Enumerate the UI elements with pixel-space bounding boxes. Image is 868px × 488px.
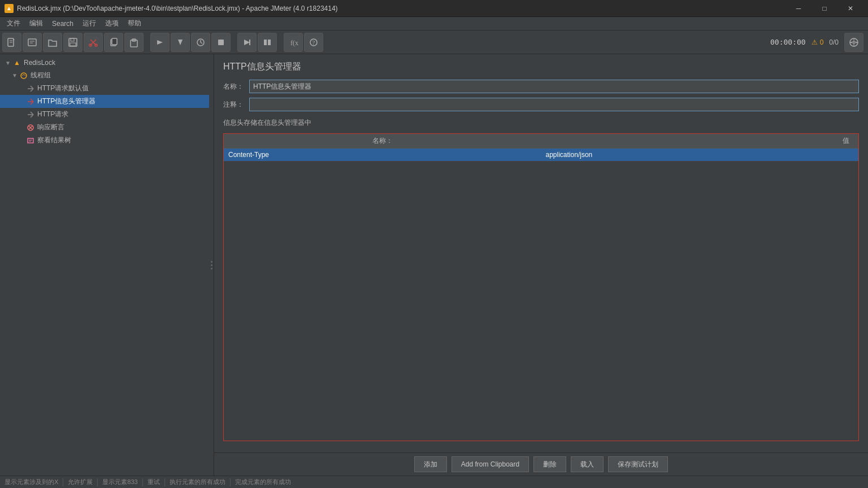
expand-spacer-1: ▶: [18, 85, 25, 92]
assertion-icon: [26, 123, 35, 132]
toolbar-stop-button[interactable]: [211, 33, 231, 52]
svg-rect-4: [28, 39, 36, 46]
toolbar-cut-button[interactable]: [84, 33, 103, 52]
panel-title: HTTP信息头管理器: [223, 61, 859, 73]
menu-help[interactable]: 帮助: [123, 18, 146, 30]
status-sep-3: [142, 478, 143, 486]
menu-edit[interactable]: 编辑: [25, 18, 47, 30]
svg-rect-27: [268, 40, 271, 45]
expand-icon-threadgroup: ▼: [11, 72, 18, 79]
svg-rect-46: [28, 138, 33, 143]
status-bar: 显示元素涉及到的X 允许扩展 显示元素833 重试 执行元素的所有成功 完成元素…: [0, 476, 868, 488]
status-sep-1: [63, 478, 63, 486]
tree-item-response-assert[interactable]: ▶ 响应断言: [0, 121, 209, 134]
tree-item-threadgroup[interactable]: ▼ 线程组: [0, 69, 209, 82]
expand-icon-redislock: ▼: [5, 59, 11, 66]
headers-table: 名称： 值 Content-Type application/json: [224, 134, 858, 162]
name-label: 名称：: [223, 82, 246, 91]
warning-badge: ⚠ 0: [811, 38, 824, 46]
sidebar-resize-handle[interactable]: [209, 54, 214, 476]
svg-marker-19: [178, 40, 183, 45]
comment-label: 注释：: [223, 100, 246, 110]
bottom-bar: 添加 Add from Clipboard 删除 载入 保存测试计划: [214, 452, 868, 476]
load-button[interactable]: 载入: [571, 456, 604, 472]
content-area: HTTP信息头管理器 名称： 注释： 信息头存储在信息头管理器中 名称：: [214, 54, 868, 452]
toolbar-remote-stop-button[interactable]: [258, 33, 277, 52]
toolbar-remote-start-button[interactable]: [237, 33, 257, 52]
menu-run[interactable]: 运行: [78, 18, 101, 30]
tree-item-http-header-mgr[interactable]: ▶ HTTP信息头管理器: [0, 95, 209, 108]
svg-marker-18: [157, 40, 163, 45]
close-button[interactable]: ✕: [837, 0, 863, 17]
svg-marker-24: [244, 40, 250, 45]
status-item-1: 显示元素涉及到的X: [5, 478, 58, 486]
toolbar-save-button[interactable]: [63, 33, 83, 52]
toolbar-new-button[interactable]: [2, 33, 21, 52]
warning-icon: ⚠: [811, 38, 818, 46]
svg-text:f(x): f(x): [290, 39, 298, 47]
status-item-6: 完成元素的所有成功: [235, 478, 291, 486]
status-item-2: 允许扩展: [68, 478, 93, 486]
svg-rect-26: [264, 40, 267, 45]
svg-text:?: ?: [313, 39, 315, 46]
svg-rect-23: [218, 40, 224, 45]
minimize-button[interactable]: ─: [785, 0, 811, 17]
add-button[interactable]: 添加: [414, 456, 447, 472]
tree-item-http-request[interactable]: ▶ HTTP请求: [0, 108, 209, 121]
toolbar-toggle-button[interactable]: [191, 33, 210, 52]
maximize-button[interactable]: □: [811, 0, 837, 17]
table-row[interactable]: Content-Type application/json: [224, 149, 858, 162]
http-defaults-icon: [26, 84, 35, 93]
tree-item-redislock[interactable]: ▼ ▲ RedisLock: [0, 56, 209, 69]
expand-spacer-3: ▶: [18, 111, 25, 118]
toolbar-collapse-button[interactable]: [171, 33, 190, 52]
toolbar-paste-button[interactable]: [124, 33, 144, 52]
results-tree-icon: [26, 136, 35, 145]
toolbar-templates-button[interactable]: [23, 33, 42, 52]
toolbar-help-button[interactable]: ?: [304, 33, 323, 52]
tree-label-response-assert: 响应断言: [37, 123, 64, 132]
toolbar: f(x) ? 00:00:00 ⚠ 0 0/0: [0, 30, 868, 54]
toolbar-function-button[interactable]: f(x): [284, 33, 303, 52]
status-sep-4: [164, 478, 165, 486]
main-area: ▼ ▲ RedisLock ▼ 线程组 ▶ HTTP请求默认值: [0, 54, 868, 476]
expand-spacer-5: ▶: [18, 137, 25, 144]
col-header-name: 名称：: [224, 134, 541, 149]
toolbar-open-button[interactable]: [43, 33, 62, 52]
cell-name: Content-Type: [224, 149, 541, 162]
app-icon: ▲: [5, 4, 14, 13]
comment-input[interactable]: [249, 98, 859, 111]
error-count: 0/0: [829, 38, 839, 46]
svg-rect-15: [112, 38, 117, 45]
status-sep-5: [230, 478, 231, 486]
delete-button[interactable]: 删除: [533, 456, 566, 472]
menu-options[interactable]: 选项: [101, 18, 123, 30]
tree-label-threadgroup: 线程组: [31, 71, 51, 80]
window-controls: ─ □ ✕: [785, 0, 863, 17]
toolbar-copy-button[interactable]: [104, 33, 123, 52]
section-title: 信息头存储在信息头管理器中: [223, 116, 859, 130]
status-sep-2: [97, 478, 98, 486]
svg-rect-9: [70, 43, 76, 46]
right-panel: HTTP信息头管理器 名称： 注释： 信息头存储在信息头管理器中 名称：: [214, 54, 868, 476]
expand-spacer-4: ▶: [18, 124, 25, 131]
name-row: 名称：: [223, 80, 859, 93]
col-header-value: 值: [541, 134, 859, 149]
cell-value: application/json: [541, 149, 859, 162]
tree-label-http-defaults: HTTP请求默认值: [37, 84, 89, 93]
tree-label-http-request: HTTP请求: [37, 110, 68, 119]
status-item-3: 显示元素833: [102, 478, 137, 486]
comment-row: 注释：: [223, 98, 859, 111]
menu-file[interactable]: 文件: [2, 18, 25, 30]
error-badge: 0/0: [829, 38, 839, 46]
tree-item-http-defaults[interactable]: ▶ HTTP请求默认值: [0, 82, 209, 95]
toolbar-global-button[interactable]: [844, 33, 863, 52]
header-mgr-icon: [26, 97, 35, 106]
menu-search[interactable]: Search: [47, 18, 78, 30]
toolbar-expand-button[interactable]: [150, 33, 170, 52]
save-test-plan-button[interactable]: 保存测试计划: [608, 456, 668, 472]
add-from-clipboard-button[interactable]: Add from Clipboard: [452, 456, 529, 472]
name-input[interactable]: [249, 80, 859, 93]
tree-item-view-results[interactable]: ▶ 察看结果树: [0, 134, 209, 147]
tree-label-http-header-mgr: HTTP信息头管理器: [37, 97, 96, 106]
